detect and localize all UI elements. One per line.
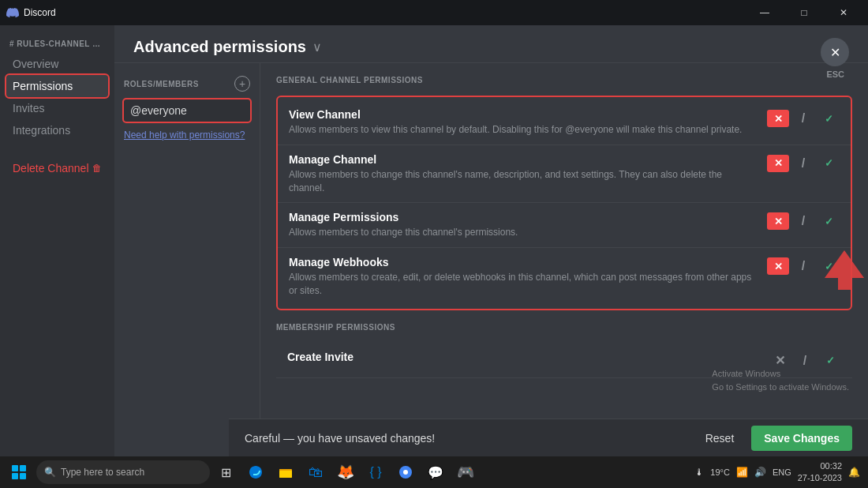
roles-column: ROLES/MEMBERS + @everyone Need help with… [114, 63, 260, 450]
manage-webhooks-toggles: ✕ / ✓ [767, 257, 840, 275]
roles-column-label: ROLES/MEMBERS [124, 80, 199, 88]
view-channel-toggles: ✕ / ✓ [767, 110, 840, 127]
roles-header: ROLES/MEMBERS + [124, 76, 250, 92]
taskbar: 🔍 Type here to search ⊞ 🛍 🦊 { } 💬 🎮 🌡 19… [0, 456, 868, 488]
general-permissions-highlighted-group: View Channel Allows members to view this… [276, 96, 852, 310]
view-channel-deny-btn[interactable]: ✕ [767, 110, 789, 127]
taskbar-store-icon[interactable]: 🛍 [301, 458, 330, 486]
manage-permissions-name: Manage Permissions [289, 211, 759, 223]
manage-webhooks-neutral-btn[interactable]: / [792, 257, 814, 275]
taskbar-discord-icon[interactable]: 💬 [421, 458, 450, 486]
manage-webhooks-deny-btn[interactable]: ✕ [767, 257, 789, 275]
taskbar-multitasking-icon[interactable]: ⊞ [211, 458, 240, 486]
svg-point-4 [403, 470, 408, 475]
manage-permissions-deny-btn[interactable]: ✕ [767, 212, 789, 230]
add-role-button[interactable]: + [234, 76, 250, 92]
app-title: Discord [24, 7, 56, 18]
manage-permissions-allow-btn[interactable]: ✓ [817, 212, 840, 230]
taskbar-language: ENG [773, 467, 791, 477]
taskbar-vscode-icon[interactable]: { } [361, 458, 390, 486]
create-invite-name: Create Invite [287, 351, 761, 363]
manage-channel-allow-btn[interactable]: ✓ [817, 155, 840, 172]
trash-icon: 🗑 [92, 163, 102, 174]
permission-manage-permissions: Manage Permissions Allows members to cha… [278, 203, 851, 248]
general-permissions-title: GENERAL CHANNEL PERMISSIONS [276, 76, 852, 84]
minimize-button[interactable]: — [746, 0, 783, 25]
permission-manage-channel: Manage Channel Allows members to change … [278, 145, 851, 204]
manage-channel-neutral-btn[interactable]: / [792, 155, 814, 172]
permission-manage-webhooks: Manage Webhooks Allows members to create… [278, 248, 851, 306]
taskbar-notification-icon[interactable]: 🔔 [848, 467, 860, 478]
taskbar-temperature: 19°C [710, 467, 730, 477]
manage-channel-toggles: ✕ / ✓ [767, 155, 840, 172]
taskbar-app8-icon[interactable]: 🎮 [451, 458, 480, 486]
reset-button[interactable]: Reset [696, 427, 744, 449]
taskbar-explorer-icon[interactable] [271, 458, 300, 486]
app-container: # RULES-CHANNEL TEXT C... Overview Permi… [0, 25, 868, 456]
sidebar-item-delete-channel[interactable]: Delete Channel 🗑 [6, 157, 108, 179]
activate-watermark: Activate Windows Go to Settings to activ… [712, 367, 849, 393]
save-changes-button[interactable]: Save Changes [751, 426, 852, 451]
sidebar-section-title: # RULES-CHANNEL TEXT C... [6, 35, 108, 53]
manage-webhooks-desc: Allows members to create, edit, or delet… [289, 271, 759, 298]
permission-view-channel: View Channel Allows members to view this… [278, 100, 851, 145]
manage-permissions-toggles: ✕ / ✓ [767, 212, 840, 230]
everyone-role-item[interactable]: @everyone [124, 99, 250, 122]
content-area: Advanced permissions ∨ ✕ ESC ROLES/MEMBE… [114, 25, 868, 456]
manage-permissions-desc: Allows members to change this channel's … [289, 226, 759, 239]
manage-webhooks-allow-btn[interactable]: ✓ [817, 257, 840, 275]
taskbar-right: 🌡 19°C 📶 🔊 ENG 00:32 27-10-2023 🔔 [694, 460, 865, 485]
manage-webhooks-name: Manage Webhooks [289, 256, 759, 268]
taskbar-battery-icon: 🌡 [694, 467, 704, 478]
windows-logo-icon [12, 465, 26, 479]
dropdown-arrow-icon[interactable]: ∨ [312, 39, 322, 54]
manage-channel-desc: Allows members to change this channel's … [289, 168, 759, 195]
close-esc-label: ESC [826, 69, 844, 79]
sidebar-item-invites[interactable]: Invites [6, 97, 108, 119]
taskbar-network-icon: 📶 [736, 467, 748, 478]
sidebar-item-overview[interactable]: Overview [6, 53, 108, 75]
close-panel-button[interactable]: ✕ [821, 38, 849, 66]
svg-rect-2 [279, 471, 292, 478]
sidebar: # RULES-CHANNEL TEXT C... Overview Permi… [0, 25, 114, 456]
start-button[interactable] [3, 456, 35, 488]
sidebar-item-integrations[interactable]: Integrations [6, 119, 108, 141]
taskbar-edge-icon[interactable] [241, 458, 270, 486]
manage-permissions-neutral-btn[interactable]: / [792, 212, 814, 230]
membership-permissions-title: MEMBERSHIP PERMISSIONS [276, 323, 852, 332]
manage-channel-name: Manage Channel [289, 153, 759, 166]
taskbar-search[interactable]: 🔍 Type here to search [36, 460, 210, 484]
discord-logo-icon [6, 6, 19, 19]
need-help-link[interactable]: Need help with permissions? [124, 130, 250, 141]
title-bar: Discord — □ ✕ [0, 0, 868, 25]
sidebar-item-permissions[interactable]: Permissions [6, 75, 108, 97]
close-x-icon: ✕ [830, 45, 840, 60]
unsaved-changes-text: Careful — you have unsaved changes! [245, 432, 688, 445]
close-button[interactable]: ✕ [825, 0, 862, 25]
taskbar-chrome-icon[interactable] [391, 458, 420, 486]
maximize-button[interactable]: □ [786, 0, 822, 25]
taskbar-firefox-icon[interactable]: 🦊 [331, 458, 360, 486]
taskbar-datetime: 00:32 27-10-2023 [798, 460, 842, 485]
title-bar-left: Discord [6, 6, 56, 19]
search-icon: 🔍 [44, 467, 56, 478]
view-channel-desc: Allows members to view this channel by d… [289, 123, 759, 137]
title-bar-controls: — □ ✕ [746, 0, 862, 25]
page-title: Advanced permissions [133, 38, 306, 56]
taskbar-search-text: Type here to search [61, 467, 144, 478]
manage-channel-deny-btn[interactable]: ✕ [767, 155, 789, 172]
content-header: Advanced permissions ∨ ✕ ESC [114, 25, 868, 63]
notification-bar: Careful — you have unsaved changes! Rese… [229, 419, 868, 456]
view-channel-neutral-btn[interactable]: / [792, 110, 814, 127]
view-channel-name: View Channel [289, 108, 759, 121]
taskbar-volume-icon: 🔊 [754, 467, 766, 478]
view-channel-allow-btn[interactable]: ✓ [817, 110, 840, 127]
